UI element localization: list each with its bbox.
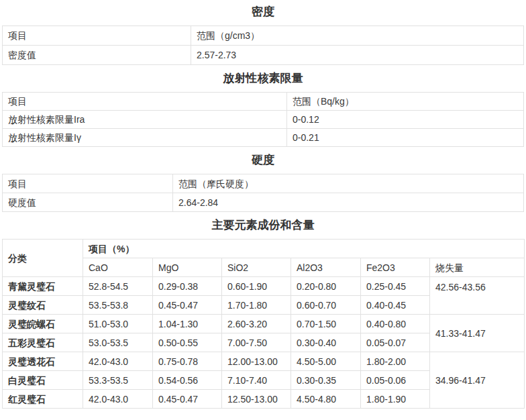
cell-mgo: 0.54-0.56 [153,371,222,390]
column-header-loss: 烧失量 [430,258,525,277]
row-value: 2.57-2.73 [191,46,524,65]
row-label: 灵璧透花石 [3,352,83,371]
cell-al2o3: 0.30-0.35 [291,371,361,390]
table-row: 放射性核素限量Ira 0-0.12 [3,111,524,129]
section-title-hardness: 硬度 [2,154,524,167]
cell-loss-merged: 42.56-43.56 [430,277,525,315]
row-value: 0-0.12 [287,111,524,129]
cell-fe2o3: 0.05-0.07 [361,333,430,352]
header-cell-item: 项目 [3,174,173,193]
group-header-cell: 项目（%） [83,240,525,258]
density-table: 项目 范围（g/cm3） 密度值 2.57-2.73 [2,25,524,65]
cell-fe2o3: 0.05-0.06 [361,371,430,390]
column-header-al2o3: Al2O3 [291,258,361,277]
cell-loss-merged: 34.96-41.47 [430,352,525,409]
row-label: 放射性核素限量Iγ [3,129,287,147]
column-header-mgo: MgO [153,258,222,277]
header-cell-item: 项目 [3,93,287,111]
hardness-table: 项目 范围（摩氏硬度） 硬度值 2.64-2.84 [2,174,524,212]
column-header-sio2: SiO2 [222,258,291,277]
section-title-radionuclide: 放射性核素限量 [2,72,524,85]
row-label: 灵璧皖螺石 [3,315,83,333]
table-group-header-row: 分类 项目（%） [3,240,525,258]
row-value: 0-0.21 [287,129,524,147]
section-title-composition: 主要元素成份和含量 [2,219,524,232]
cell-cao: 53.0-53.5 [83,333,153,352]
cell-mgo: 0.75-0.78 [153,352,222,371]
cell-sio2: 12.50-13.00 [222,390,291,409]
cell-cao: 42.0-43.0 [83,390,153,409]
cell-cao: 42.0-43.0 [83,352,153,371]
cell-mgo: 0.50-0.55 [153,333,222,352]
header-cell-range: 范围（Bq/kg） [287,93,524,111]
cell-fe2o3: 1.80-2.00 [361,352,430,371]
row-label: 青黛灵璧石 [3,277,83,296]
header-cell-range: 范围（g/cm3） [191,26,524,46]
cell-sio2: 0.60-1.90 [222,277,291,296]
cell-cao: 53.3-53.5 [83,371,153,390]
row-label: 五彩灵璧石 [3,333,83,352]
cell-sio2: 2.60-3.20 [222,315,291,333]
table-row: 青黛灵璧石 52.8-54.5 0.29-0.38 0.60-1.90 0.20… [3,277,525,296]
cell-fe2o3: 1.80-1.90 [361,390,430,409]
cell-cao: 52.8-54.5 [83,277,153,296]
cell-al2o3: 0.60-0.70 [291,296,361,315]
row-label: 灵璧纹石 [3,296,83,315]
row-label: 放射性核素限量Ira [3,111,287,129]
cell-al2o3: 0.70-1.50 [291,315,361,333]
cell-sio2: 12.00-13.00 [222,352,291,371]
table-row: 灵璧皖螺石 51.0-53.0 1.04-1.30 2.60-3.20 0.70… [3,315,525,333]
row-value: 2.64-2.84 [173,193,524,212]
cell-al2o3: 4.50-5.00 [291,352,361,371]
row-label: 白灵璧石 [3,371,83,390]
cell-sio2: 7.10-7.40 [222,371,291,390]
table-header-row: 项目 范围（摩氏硬度） [3,174,524,193]
table-row: 放射性核素限量Iγ 0-0.21 [3,129,524,147]
section-title-density: 密度 [2,5,524,19]
corner-header-cell: 分类 [3,240,83,277]
cell-mgo: 0.45-0.47 [153,296,222,315]
cell-al2o3: 0.30-0.40 [291,333,361,352]
cell-cao: 51.0-53.0 [83,315,153,333]
radionuclide-table: 项目 范围（Bq/kg） 放射性核素限量Ira 0-0.12 放射性核素限量Iγ… [2,92,524,147]
column-header-fe2o3: Fe2O3 [361,258,430,277]
table-row: 密度值 2.57-2.73 [3,46,524,65]
row-label: 红灵璧石 [3,390,83,409]
cell-al2o3: 0.20-0.80 [291,277,361,296]
table-header-row: 项目 范围（g/cm3） [3,26,524,46]
cell-mgo: 0.29-0.38 [153,277,222,296]
table-row: 灵璧透花石 42.0-43.0 0.75-0.78 12.00-13.00 4.… [3,352,525,371]
column-header-cao: CaO [83,258,153,277]
row-label: 硬度值 [3,193,173,212]
cell-mgo: 0.45-0.47 [153,390,222,409]
composition-table: 分类 项目（%） CaO MgO SiO2 Al2O3 Fe2O3 烧失量 青黛… [2,239,525,409]
cell-sio2: 1.70-1.80 [222,296,291,315]
cell-fe2o3: 0.25-0.45 [361,277,430,296]
page: 密度 项目 范围（g/cm3） 密度值 2.57-2.73 放射性核素限量 项目… [2,5,524,409]
cell-fe2o3: 0.40-0.80 [361,315,430,333]
cell-loss-merged: 41.33-41.47 [430,315,525,352]
row-label: 密度值 [3,46,191,65]
cell-sio2: 7.00-7.50 [222,333,291,352]
cell-mgo: 1.04-1.30 [153,315,222,333]
table-header-row: 项目 范围（Bq/kg） [3,93,524,111]
cell-al2o3: 4.50-4.80 [291,390,361,409]
header-cell-item: 项目 [3,26,191,46]
header-cell-range: 范围（摩氏硬度） [173,174,524,193]
cell-cao: 53.5-53.8 [83,296,153,315]
table-row: 硬度值 2.64-2.84 [3,193,524,212]
cell-fe2o3: 0.40-0.45 [361,296,430,315]
